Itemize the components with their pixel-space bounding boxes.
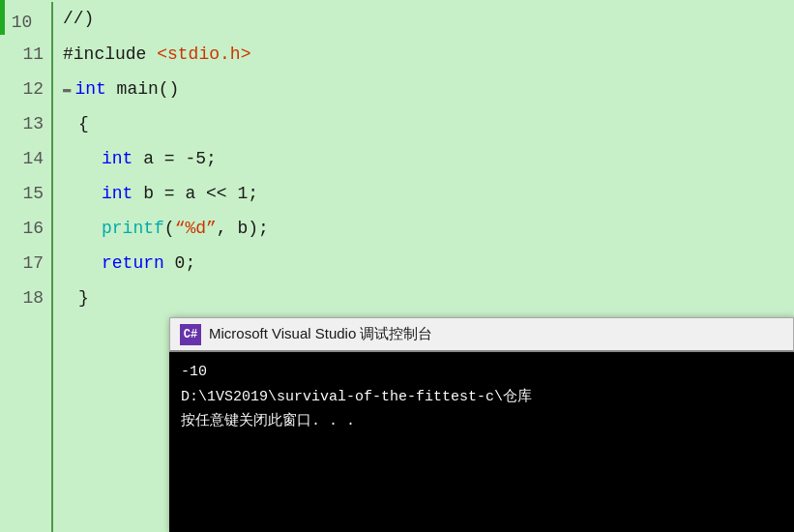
line-num-10: 10 [12, 9, 33, 37]
console-icon-text: C# [184, 328, 197, 341]
code-line-15: int b = a << 1; [63, 176, 794, 211]
line-10-content: //) [63, 5, 94, 33]
code-line-16: printf(“%d”, b); [63, 211, 794, 246]
code-line-11: #include <stdio.h> [63, 37, 794, 72]
editor-area: 10 //) 11 12 13 14 15 16 17 18 #include … [0, 0, 794, 532]
console-window: C# Microsoft Visual Studio 调试控制台 -10 D:\… [169, 317, 794, 532]
console-output-2: D:\1VS2019\survival-of-the-fittest-c\仓库 [181, 385, 782, 410]
line-num-11: 11 [22, 37, 44, 72]
line-num-14: 14 [22, 141, 44, 176]
brace-open: { [63, 110, 89, 138]
line-num-16: 16 [22, 211, 44, 246]
line-numbers: 11 12 13 14 15 16 17 18 [0, 35, 53, 532]
code-line-17: return 0; [63, 246, 794, 281]
console-body: -10 D:\1VS2019\survival-of-the-fittest-c… [169, 352, 794, 532]
kw-int-12: int [74, 75, 105, 103]
include-directive: #include [63, 41, 157, 69]
collapse-icon[interactable]: ▬ [63, 82, 71, 96]
console-app-icon: C# [180, 324, 201, 345]
console-title: Microsoft Visual Studio 调试控制台 [209, 325, 432, 343]
code-line-12: ▬int main() [63, 72, 794, 106]
code-line-13: { [63, 106, 794, 141]
code-line-14: int a = -5; [63, 141, 794, 176]
console-output-1: -10 [181, 360, 782, 385]
console-titlebar: C# Microsoft Visual Studio 调试控制台 [169, 317, 794, 352]
line-num-15: 15 [22, 176, 44, 211]
code-line-18: } [63, 281, 794, 315]
line-num-13: 13 [22, 106, 44, 141]
line-num-12: 12 [22, 72, 44, 106]
line-num-17: 17 [22, 246, 44, 281]
include-path: <stdio.h> [157, 41, 250, 69]
line-num-18: 18 [22, 281, 44, 315]
console-output-3: 按任意键关闭此窗口. . . [181, 409, 782, 434]
